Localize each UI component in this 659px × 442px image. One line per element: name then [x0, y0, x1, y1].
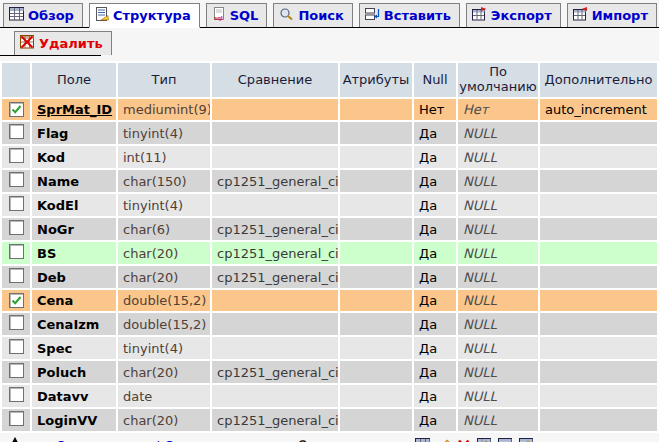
row-checkbox[interactable] — [9, 102, 24, 117]
row-checkbox[interactable] — [9, 148, 24, 163]
field-null: Да — [414, 146, 456, 168]
browse-icon — [9, 7, 24, 24]
field-type: mediumint(9) — [118, 99, 210, 120]
row-checkbox-cell — [2, 218, 30, 240]
field-type: tinyint(4) — [118, 337, 210, 359]
export-icon — [472, 7, 487, 24]
drop-action-icon[interactable] — [457, 438, 471, 442]
table-row: Poluchchar(20)cp1251_general_ciДаNULL — [2, 361, 657, 383]
field-type: char(20) — [118, 266, 210, 288]
field-extra — [540, 146, 657, 168]
row-checkbox[interactable] — [9, 387, 24, 402]
check-all-link[interactable]: Отметить все — [56, 438, 150, 442]
with-selected-label: С отмеченными: — [295, 438, 407, 442]
tab-insert[interactable]: Вставить — [359, 3, 460, 27]
field-null: Да — [414, 337, 456, 359]
tab-drop[interactable]: Удалить — [14, 31, 112, 55]
tab-import[interactable]: Импорт — [567, 3, 657, 27]
row-checkbox[interactable] — [9, 339, 24, 354]
index-action-icon[interactable] — [519, 438, 534, 442]
field-null: Да — [414, 170, 456, 192]
table-row: SprMat_IDmediumint(9)НетНетauto_incremen… — [2, 99, 657, 120]
uncheck-all-link[interactable]: Снять выделение — [164, 438, 285, 442]
tab-export[interactable]: Экспорт — [466, 3, 561, 27]
tab-label: Экспорт — [491, 8, 552, 23]
tab-label: Структура — [113, 8, 191, 23]
tab-structure[interactable]: Структура — [89, 3, 200, 28]
field-collation: cp1251_general_ci — [212, 361, 338, 383]
header-type: Тип — [118, 63, 210, 97]
table-row: Cenadouble(15,2)ДаNULL — [2, 290, 657, 311]
header-extra: Дополнительно — [540, 63, 657, 97]
field-name: BS — [32, 242, 116, 264]
field-attributes — [340, 337, 412, 359]
row-checkbox[interactable] — [9, 363, 24, 378]
field-collation — [212, 99, 338, 120]
table-row: Debchar(20)cp1251_general_ciДаNULL — [2, 266, 657, 288]
row-checkbox[interactable] — [9, 244, 24, 259]
field-extra — [540, 122, 657, 144]
row-checkbox-cell — [2, 242, 30, 264]
row-checkbox[interactable] — [9, 411, 24, 426]
tab-label: SQL — [230, 8, 259, 23]
primary-key-action-icon[interactable] — [477, 438, 492, 442]
row-checkbox[interactable] — [9, 220, 24, 235]
field-collation: cp1251_general_ci — [212, 218, 338, 240]
table-row: Namechar(150)cp1251_general_ciДаNULL — [2, 170, 657, 192]
row-checkbox[interactable] — [9, 293, 24, 308]
change-action-icon[interactable] — [437, 438, 451, 442]
header-collation: Сравнение — [212, 63, 338, 97]
field-type: char(150) — [118, 170, 210, 192]
field-default: NULL — [458, 170, 538, 192]
field-type: char(20) — [118, 361, 210, 383]
table-row: Flagtinyint(4)ДаNULL — [2, 122, 657, 144]
row-checkbox-cell — [2, 266, 30, 288]
field-null: Да — [414, 290, 456, 311]
row-checkbox[interactable] — [9, 268, 24, 283]
field-attributes — [340, 385, 412, 407]
row-checkbox[interactable] — [9, 124, 24, 139]
field-default: NULL — [458, 361, 538, 383]
check-all-arrow-icon — [10, 437, 42, 442]
row-checkbox[interactable] — [9, 196, 24, 211]
field-name[interactable]: SprMat_ID — [32, 99, 116, 120]
tab-sql[interactable]: sql SQL — [206, 3, 268, 27]
field-name: Datavv — [32, 385, 116, 407]
field-name: LoginVV — [32, 409, 116, 431]
footer-bar: Отметить все / Снять выделение С отмечен… — [0, 433, 659, 442]
field-name: Spec — [32, 337, 116, 359]
field-type: char(20) — [118, 409, 210, 431]
field-type: int(11) — [118, 146, 210, 168]
table-header-row: Поле Тип Сравнение Атрибуты Null По умол… — [2, 63, 657, 97]
field-attributes — [340, 266, 412, 288]
tab-label: Импорт — [592, 8, 648, 23]
unique-index-action-icon[interactable]: U — [498, 438, 513, 442]
tab-browse[interactable]: Обзор — [3, 3, 83, 27]
field-name: Name — [32, 170, 116, 192]
row-checkbox[interactable] — [9, 315, 24, 330]
header-default: По умолчанию — [458, 63, 538, 97]
field-extra — [540, 313, 657, 335]
field-type: tinyint(4) — [118, 194, 210, 216]
field-null: Да — [414, 266, 456, 288]
field-null: Да — [414, 194, 456, 216]
tab-search[interactable]: Поиск — [273, 3, 352, 27]
field-name: Kod — [32, 146, 116, 168]
row-checkbox-cell — [2, 146, 30, 168]
import-icon — [573, 7, 588, 24]
browse-action-icon[interactable] — [415, 438, 431, 442]
row-checkbox-cell — [2, 122, 30, 144]
table-row: DatavvdateДаNULL — [2, 385, 657, 407]
field-name: KodEl — [32, 194, 116, 216]
field-attributes — [340, 146, 412, 168]
row-checkbox-cell — [2, 337, 30, 359]
field-collation: cp1251_general_ci — [212, 242, 338, 264]
field-null: Да — [414, 218, 456, 240]
structure-table: Поле Тип Сравнение Атрибуты Null По умол… — [0, 61, 659, 433]
field-extra: auto_increment — [540, 99, 657, 120]
field-default: NULL — [458, 146, 538, 168]
row-checkbox-cell — [2, 170, 30, 192]
field-attributes — [340, 409, 412, 431]
tab-label: Вставить — [384, 8, 451, 23]
row-checkbox[interactable] — [9, 172, 24, 187]
